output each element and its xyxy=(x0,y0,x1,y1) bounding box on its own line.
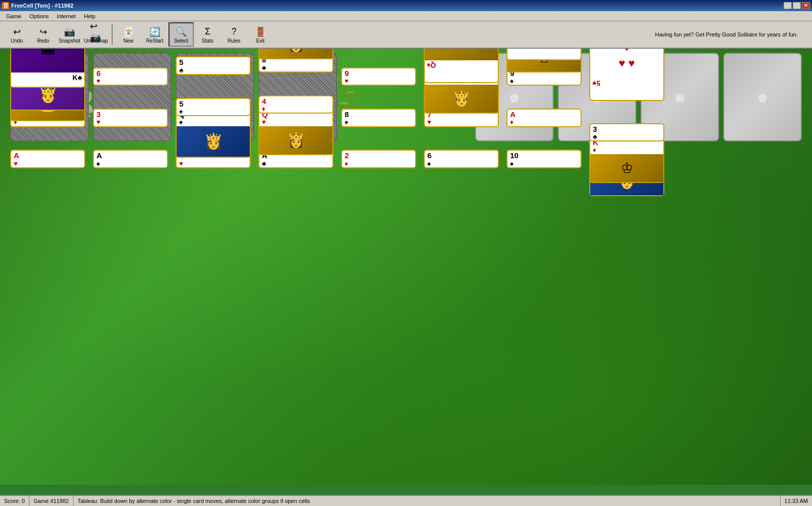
game-area: 🌸 🌿 A♥ 3♦ xyxy=(0,49,812,485)
card-as[interactable]: A♠ xyxy=(93,150,168,168)
undo-icon: ↩ xyxy=(11,26,23,38)
new-button[interactable]: 🃏 New xyxy=(116,22,141,47)
foundation-4[interactable] xyxy=(723,53,802,141)
minimize-button[interactable]: ─ xyxy=(784,2,792,9)
stats-icon: Σ xyxy=(201,26,214,38)
select-button[interactable]: 🔍 Select xyxy=(168,22,194,47)
card-8s[interactable]: 8♠ xyxy=(341,109,416,127)
toolbar-separator-1 xyxy=(112,24,113,45)
menu-help[interactable]: Help xyxy=(80,12,99,20)
card-6h[interactable]: 6♥ xyxy=(93,67,168,86)
new-icon: 🃏 xyxy=(122,26,134,38)
redo-icon: ↪ xyxy=(37,26,49,38)
restart-button[interactable]: 🔄 ReStart xyxy=(142,22,167,47)
card-5s[interactable]: 5♠ xyxy=(176,98,251,117)
card-kd[interactable]: K♦ ♔ xyxy=(589,136,664,183)
rules-button[interactable]: ? Rules xyxy=(221,22,247,47)
maximize-button[interactable]: □ xyxy=(793,2,801,9)
card-9h[interactable]: 9♥ xyxy=(341,67,416,86)
card-5c[interactable]: 5♣ xyxy=(176,56,251,75)
card-2d[interactable]: 2♦ xyxy=(341,150,416,168)
stats-button[interactable]: Σ Stats xyxy=(195,22,220,47)
app-icon: 🃏 xyxy=(2,2,9,9)
freecell-2[interactable] xyxy=(93,53,172,141)
card-ah[interactable]: A♥ xyxy=(10,150,85,168)
select-icon: 🔍 xyxy=(175,26,187,38)
redo-button[interactable]: ↪ Redo xyxy=(30,22,56,47)
statusbar: Score: 0 Game #11982 Tableau: Build down… xyxy=(0,495,812,506)
card-ad[interactable]: A♦ xyxy=(506,109,582,127)
snapshot-button[interactable]: 📷 Snapshot xyxy=(57,22,82,47)
titlebar-buttons: ─ □ ✕ xyxy=(784,2,810,9)
card-qd[interactable]: Q♦ 👸 xyxy=(258,49,333,59)
toolbar: ↩ Undo ↪ Redo 📷 Snapshot ↩📷 UndoSnap 🃏 N… xyxy=(0,21,812,49)
card-qd-2[interactable]: Q♦ ♛ Q♦ xyxy=(424,49,499,83)
menu-options[interactable]: Options xyxy=(25,12,53,20)
top-area xyxy=(0,49,812,146)
card-4d[interactable]: 4♦ xyxy=(258,95,333,114)
columns-area: A♥ 3♦ K♥ 👑 J♠ 🤴 6♣ J♦ 🤴 xyxy=(0,146,812,154)
close-button[interactable]: ✕ xyxy=(802,2,810,9)
ad-bar: Having fun yet? Get Pretty Good Solitair… xyxy=(655,31,808,38)
menu-game[interactable]: Game xyxy=(2,12,25,20)
card-10s[interactable]: 10♠ xyxy=(506,150,582,168)
status-time: 11:33 AM xyxy=(781,498,812,504)
undo-button[interactable]: ↩ Undo xyxy=(4,22,29,47)
card-3c[interactable]: 3♣ xyxy=(589,123,664,142)
undosnap-button[interactable]: ↩📷 UndoSnap xyxy=(83,22,109,47)
card-4c[interactable]: 4♣ ♣ ♣ ♣ ♣ 4♣ xyxy=(506,49,582,60)
menu-internet[interactable]: Internet xyxy=(53,12,80,20)
restart-icon: 🔄 xyxy=(149,26,161,38)
status-score: Score: 0 xyxy=(0,496,29,506)
exit-icon: 🚪 xyxy=(254,26,266,38)
exit-button[interactable]: 🚪 Exit xyxy=(248,22,273,47)
titlebar: 🃏 FreeCell [Tom] - #11982 ─ □ ✕ xyxy=(0,0,812,11)
status-game: Game #11982 xyxy=(29,496,74,506)
titlebar-left: 🃏 FreeCell [Tom] - #11982 xyxy=(2,2,74,9)
card-3h[interactable]: 3♥ xyxy=(93,109,168,127)
snapshot-icon: 📷 xyxy=(63,26,76,38)
card-6s[interactable]: 6♠ xyxy=(424,150,499,168)
card-kc-1[interactable]: K♣ ♚ K♣ xyxy=(10,49,85,88)
window-title: FreeCell [Tom] - #11982 xyxy=(11,3,74,9)
status-tableau: Tableau: Build down by alternate color -… xyxy=(74,496,781,506)
menubar: Game Options Internet Help xyxy=(0,11,812,21)
card-5h[interactable]: 5♥ ♥ ♥ ♥ ♥ ♥ 5♥ xyxy=(589,49,664,101)
card-qh[interactable]: Q♥ 👸 xyxy=(258,109,333,155)
rules-icon: ? xyxy=(228,26,240,38)
undosnap-icon: ↩📷 xyxy=(90,26,102,38)
